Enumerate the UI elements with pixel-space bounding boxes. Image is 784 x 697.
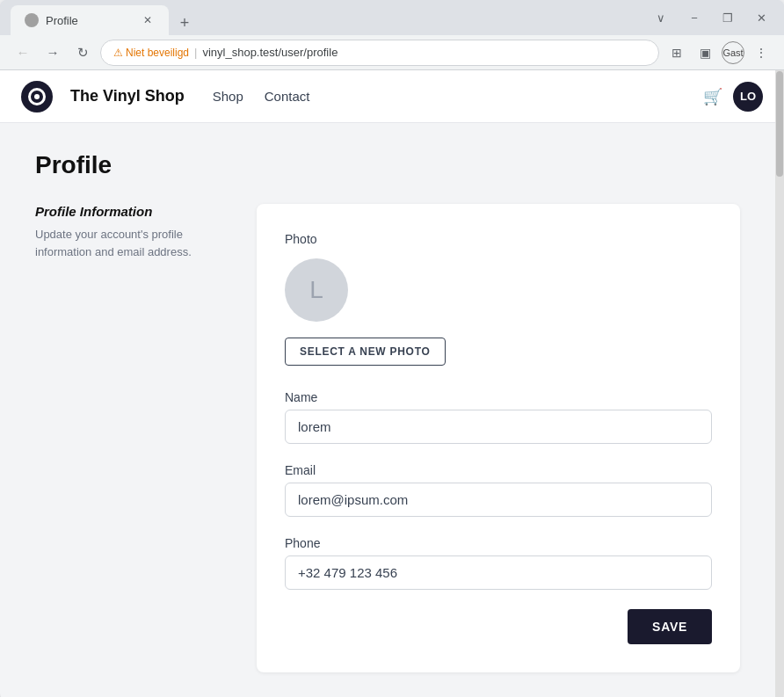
browser-tab-profile[interactable]: Profile ✕ (11, 5, 169, 35)
sidebar-heading: Profile Information (35, 204, 229, 219)
close-button[interactable]: ✕ (749, 5, 773, 30)
site-name: The Vinyl Shop (70, 87, 185, 105)
account-profile-icon: Gast (722, 41, 744, 64)
phone-field-group: Phone (285, 536, 712, 590)
address-bar[interactable]: ⚠ Niet beveiligd | vinyl_shop.test/user/… (100, 40, 659, 66)
toolbar-right: ⊞ ▣ Gast ⋮ (664, 40, 773, 65)
titlebar-extra-btn[interactable]: ∨ (649, 5, 673, 30)
restore-button[interactable]: ❐ (715, 5, 740, 30)
profile-sidebar: Profile Information Update your account'… (35, 204, 229, 672)
vinyl-center-dot (34, 94, 40, 99)
name-field-group: Name (285, 390, 712, 444)
reload-icon: ↻ (77, 45, 89, 61)
sidebar-description: Update your account's profile informatio… (35, 226, 229, 260)
save-button[interactable]: SAVE (628, 609, 712, 644)
vinyl-record-icon (28, 88, 46, 105)
address-url: vinyl_shop.test/user/profile (202, 46, 338, 59)
site-logo (21, 81, 53, 113)
tab-bar: Profile ✕ + (11, 0, 642, 35)
window-controls: ∨ − ❐ ✕ (649, 5, 773, 30)
tab-title: Profile (46, 14, 78, 27)
cart-icon[interactable]: 🛒 (703, 87, 722, 106)
name-label: Name (285, 390, 712, 404)
user-avatar[interactable]: LO (733, 82, 763, 112)
navbar-right: 🛒 LO (703, 82, 763, 112)
warning-icon: ⚠ (113, 47, 123, 59)
split-screen-button[interactable]: ▣ (693, 40, 717, 65)
email-label: Email (285, 463, 712, 477)
profile-layout: Profile Information Update your account'… (35, 204, 740, 672)
avatar: L (285, 258, 348, 322)
security-warning: ⚠ Niet beveiligd (113, 47, 189, 59)
name-input[interactable] (285, 410, 712, 444)
translate-button[interactable]: ⊞ (664, 40, 689, 65)
new-tab-button[interactable]: + (172, 11, 197, 35)
reload-button[interactable]: ↻ (70, 40, 95, 65)
scrollbar-thumb[interactable] (776, 71, 783, 177)
form-actions: SAVE (285, 609, 712, 644)
forward-button[interactable]: → (40, 40, 65, 65)
main-layout: Profile Profile Information Update your … (14, 123, 770, 697)
back-icon: ← (17, 45, 30, 60)
email-input[interactable] (285, 483, 712, 517)
address-separator: | (194, 46, 197, 59)
site-navbar: The Vinyl Shop Shop Contact 🛒 LO (0, 70, 784, 123)
nav-link-shop[interactable]: Shop (213, 89, 243, 104)
browser-titlebar: Profile ✕ + ∨ − ❐ ✕ (0, 0, 784, 35)
back-button[interactable]: ← (11, 40, 35, 65)
phone-input[interactable] (285, 555, 712, 590)
phone-label: Phone (285, 536, 712, 550)
photo-label: Photo (285, 232, 712, 246)
browser-window: Profile ✕ + ∨ − ❐ ✕ ← → ↻ (0, 0, 784, 697)
tab-close-button[interactable]: ✕ (141, 13, 155, 27)
nav-link-contact[interactable]: Contact (265, 89, 310, 104)
account-button[interactable]: Gast (721, 40, 745, 65)
select-photo-button[interactable]: SELECT A NEW PHOTO (285, 338, 446, 366)
menu-button[interactable]: ⋮ (749, 40, 773, 65)
email-field-group: Email (285, 463, 712, 517)
browser-addressbar: ← → ↻ ⚠ Niet beveiligd | vinyl_shop.test… (0, 35, 784, 70)
minimize-button[interactable]: − (682, 5, 707, 30)
profile-card: Photo L SELECT A NEW PHOTO Name Email (257, 204, 740, 672)
tab-favicon-icon (25, 13, 39, 27)
page-title: Profile (35, 151, 740, 179)
forward-icon: → (47, 45, 60, 60)
scrollbar[interactable] (775, 70, 784, 697)
page-content: The Vinyl Shop Shop Contact 🛒 LO Profile… (0, 70, 784, 697)
